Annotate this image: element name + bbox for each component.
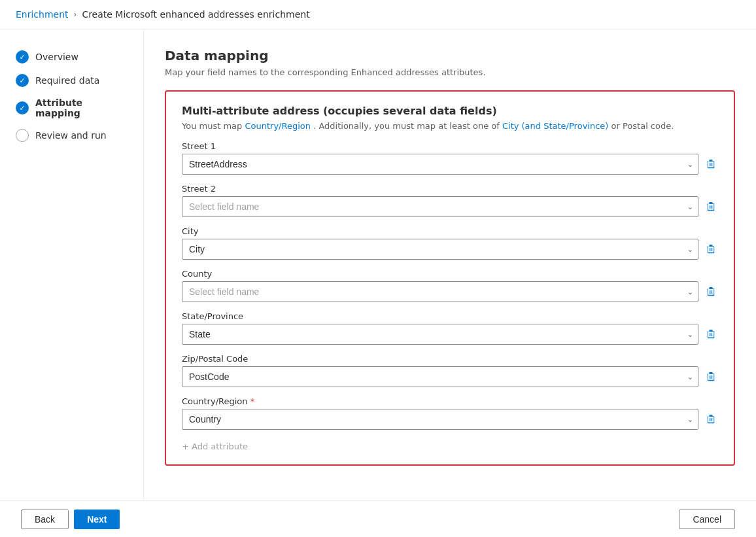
field-group-6: Country/Region *Country⌄ xyxy=(182,396,718,430)
field-label-2: City xyxy=(182,226,718,236)
delete-field-button-0[interactable] xyxy=(704,157,718,171)
sidebar-item-attribute-mapping[interactable]: ✓Attribute mapping xyxy=(0,92,143,124)
footer-left: Back Next xyxy=(21,510,120,529)
sidebar-item-label-review-and-run: Review and run xyxy=(35,130,107,141)
field-label-4: State/Province xyxy=(182,311,718,321)
field-label-0: Street 1 xyxy=(182,141,718,151)
field-group-4: State/ProvinceState⌄ xyxy=(182,311,718,345)
select-row-0: StreetAddress⌄ xyxy=(182,154,718,175)
subtitle-before: You must map xyxy=(182,121,245,131)
sidebar-item-required-data[interactable]: ✓Required data xyxy=(0,69,143,92)
card-subtitle: You must map Country/Region . Additional… xyxy=(182,121,718,131)
select-wrapper-1: Select field name⌄ xyxy=(182,196,698,217)
field-group-5: Zip/Postal CodePostCode⌄ xyxy=(182,354,718,387)
field-group-1: Street 2Select field name⌄ xyxy=(182,184,718,217)
select-row-4: State⌄ xyxy=(182,324,718,345)
delete-field-button-3[interactable] xyxy=(704,285,718,299)
field-rows-container: Street 1StreetAddress⌄Street 2Select fie… xyxy=(182,141,718,430)
delete-field-button-2[interactable] xyxy=(704,242,718,256)
select-wrapper-5: PostCode⌄ xyxy=(182,366,698,387)
field-group-0: Street 1StreetAddress⌄ xyxy=(182,141,718,175)
add-attribute-label: + Add attribute xyxy=(182,442,248,451)
step-circle-overview: ✓ xyxy=(16,50,29,63)
select-wrapper-0: StreetAddress⌄ xyxy=(182,154,698,175)
select-wrapper-3: Select field name⌄ xyxy=(182,281,698,302)
select-row-5: PostCode⌄ xyxy=(182,366,718,387)
field-group-2: CityCity⌄ xyxy=(182,226,718,260)
field-label-6: Country/Region * xyxy=(182,396,718,406)
select-wrapper-2: City⌄ xyxy=(182,239,698,260)
field-label-3: County xyxy=(182,269,718,279)
field-select-3[interactable]: Select field name xyxy=(182,281,698,302)
page-title: Data mapping xyxy=(165,48,735,63)
sidebar-item-label-required-data: Required data xyxy=(35,75,99,86)
delete-field-button-1[interactable] xyxy=(704,199,718,214)
delete-field-button-6[interactable] xyxy=(704,412,718,426)
subtitle-end: or Postal code. xyxy=(611,121,674,131)
select-row-2: City⌄ xyxy=(182,239,718,260)
select-row-6: Country⌄ xyxy=(182,409,718,430)
field-select-4[interactable]: State xyxy=(182,324,698,345)
subtitle-middle: . Additionally, you must map at least on… xyxy=(313,121,502,131)
field-select-1[interactable]: Select field name xyxy=(182,196,698,217)
select-row-1: Select field name⌄ xyxy=(182,196,718,217)
page-subtitle: Map your field names to the correspondin… xyxy=(165,67,735,77)
field-select-6[interactable]: Country xyxy=(182,409,698,430)
field-label-1: Street 2 xyxy=(182,184,718,194)
field-label-5: Zip/Postal Code xyxy=(182,354,718,364)
sidebar-item-review-and-run[interactable]: Review and run xyxy=(0,124,143,147)
back-button[interactable]: Back xyxy=(21,510,69,529)
next-button[interactable]: Next xyxy=(74,510,120,529)
add-attribute-button[interactable]: + Add attribute xyxy=(182,439,718,451)
delete-field-button-5[interactable] xyxy=(704,370,718,384)
subtitle-link2[interactable]: City (and State/Province) xyxy=(502,121,608,131)
sidebar: ✓Overview✓Required data✓Attribute mappin… xyxy=(0,29,144,534)
sidebar-item-label-attribute-mapping: Attribute mapping xyxy=(35,97,128,118)
breadcrumb-current: Create Microsoft enhanced addresses enri… xyxy=(82,9,309,20)
step-circle-required-data: ✓ xyxy=(16,74,29,87)
footer-bar: Back Next Cancel xyxy=(0,500,756,537)
subtitle-link1[interactable]: Country/Region xyxy=(245,121,311,131)
field-group-3: CountySelect field name⌄ xyxy=(182,269,718,302)
field-select-2[interactable]: City xyxy=(182,239,698,260)
breadcrumb-parent[interactable]: Enrichment xyxy=(16,9,69,20)
step-circle-review-and-run xyxy=(16,129,29,142)
cancel-button[interactable]: Cancel xyxy=(679,510,735,529)
select-wrapper-6: Country⌄ xyxy=(182,409,698,430)
select-wrapper-4: State⌄ xyxy=(182,324,698,345)
sidebar-item-overview[interactable]: ✓Overview xyxy=(0,45,143,69)
breadcrumb-separator: › xyxy=(74,10,77,19)
field-select-0[interactable]: StreetAddress xyxy=(182,154,698,175)
breadcrumb: Enrichment › Create Microsoft enhanced a… xyxy=(0,0,756,29)
sidebar-item-label-overview: Overview xyxy=(35,52,78,62)
field-select-5[interactable]: PostCode xyxy=(182,366,698,387)
mapping-card: Multi-attribute address (occupies severa… xyxy=(165,90,735,466)
card-title: Multi-attribute address (occupies severa… xyxy=(182,105,718,117)
step-circle-attribute-mapping: ✓ xyxy=(16,101,29,114)
select-row-3: Select field name⌄ xyxy=(182,281,718,302)
main-content: Data mapping Map your field names to the… xyxy=(144,29,756,534)
delete-field-button-4[interactable] xyxy=(704,327,718,341)
